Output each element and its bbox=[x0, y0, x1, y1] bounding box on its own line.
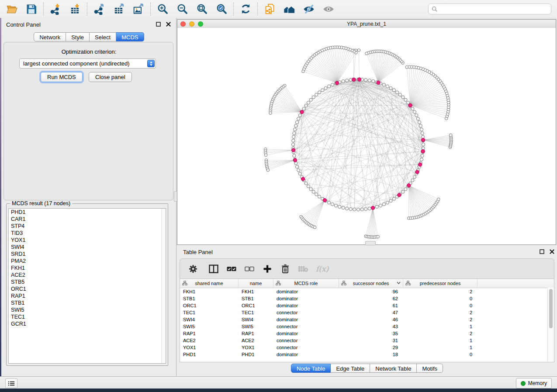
mcds-result-item[interactable]: CAR1 bbox=[9, 216, 166, 223]
table-cell-MCDS-role[interactable]: dominator bbox=[273, 295, 339, 302]
table-cell-MCDS-role[interactable]: connector bbox=[273, 323, 339, 330]
mcds-result-item[interactable]: STB5 bbox=[9, 279, 166, 285]
delete-column-icon[interactable] bbox=[280, 264, 291, 274]
column-header-shared-name[interactable]: shared name bbox=[180, 279, 239, 288]
table-cell-name[interactable]: TEC1 bbox=[239, 309, 273, 316]
table-cell-successor-nodes[interactable]: 96 bbox=[339, 288, 403, 295]
mcds-result-item[interactable]: TID3 bbox=[9, 230, 166, 237]
close-table-panel-icon[interactable] bbox=[550, 249, 554, 254]
table-row[interactable]: ORC1ORC1dominator610 bbox=[180, 302, 554, 309]
table-cell-name[interactable]: ORC1 bbox=[239, 302, 273, 309]
mcds-result-item[interactable]: SWI5 bbox=[9, 306, 166, 313]
gear-icon[interactable] bbox=[188, 264, 198, 274]
table-row[interactable]: PHD1PHD1dominator180 bbox=[180, 351, 554, 358]
first-neighbors-icon[interactable] bbox=[283, 3, 295, 15]
table-cell-predecessor-nodes[interactable]: 2 bbox=[403, 316, 477, 323]
table-cell-successor-nodes[interactable]: 31 bbox=[339, 337, 403, 344]
table-cell-shared-name[interactable]: RAP1 bbox=[180, 330, 239, 337]
table-cell-shared-name[interactable]: FKH1 bbox=[180, 288, 239, 295]
mcds-list-scrollbar[interactable] bbox=[161, 209, 166, 363]
table-cell-name[interactable]: STB1 bbox=[239, 295, 273, 302]
table-cell-predecessor-nodes[interactable]: 2 bbox=[403, 309, 477, 316]
table-cell-successor-nodes[interactable]: 43 bbox=[339, 323, 403, 330]
table-row[interactable]: ACE2ACE2connector311 bbox=[180, 337, 554, 344]
table-tab-motifs[interactable]: Motifs bbox=[417, 364, 443, 373]
import-table-icon[interactable] bbox=[69, 3, 81, 15]
table-cell-MCDS-role[interactable]: dominator bbox=[273, 316, 339, 323]
export-table-icon[interactable] bbox=[113, 3, 125, 15]
mcds-result-item[interactable]: STP4 bbox=[9, 223, 166, 230]
table-cell-name[interactable]: ACE2 bbox=[239, 337, 273, 344]
network-canvas[interactable] bbox=[177, 28, 556, 244]
table-row[interactable]: YOX1YOX1connector291 bbox=[180, 344, 554, 351]
mcds-result-item[interactable]: RAP1 bbox=[9, 292, 166, 299]
mcds-result-item[interactable]: ACE2 bbox=[9, 272, 166, 279]
table-row[interactable]: STB1STB1dominator620 bbox=[180, 295, 554, 302]
mcds-result-item[interactable]: ORC1 bbox=[9, 285, 166, 292]
column-header-successor-nodes[interactable]: successor nodes bbox=[339, 279, 403, 288]
run-mcds-button[interactable]: Run MCDS bbox=[41, 72, 83, 82]
mcds-result-item[interactable]: TEC1 bbox=[9, 313, 166, 320]
table-cell-predecessor-nodes[interactable]: 2 bbox=[403, 330, 477, 337]
table-scrollbar-thumb[interactable] bbox=[549, 289, 553, 328]
mcds-result-item[interactable]: PMA2 bbox=[9, 258, 166, 265]
zoom-fit-icon[interactable] bbox=[196, 3, 208, 15]
zoom-selected-icon[interactable] bbox=[215, 3, 228, 15]
table-cell-shared-name[interactable]: SWI4 bbox=[180, 316, 239, 323]
table-cell-shared-name[interactable]: ACE2 bbox=[180, 337, 239, 344]
table-row[interactable]: SWI4SWI4dominator462 bbox=[180, 316, 554, 323]
table-tab-network-table[interactable]: Network Table bbox=[370, 364, 417, 373]
column-header-MCDS-role[interactable]: MCDS role bbox=[273, 279, 339, 288]
mcds-result-item[interactable]: SRD1 bbox=[9, 251, 166, 258]
table-cell-predecessor-nodes[interactable]: 1 bbox=[403, 337, 477, 344]
tab-mcds[interactable]: MCDS bbox=[116, 32, 144, 41]
hide-selected-icon[interactable] bbox=[303, 3, 315, 15]
mcds-result-item[interactable]: YOX1 bbox=[9, 237, 166, 244]
table-cell-successor-nodes[interactable]: 46 bbox=[339, 316, 403, 323]
horizontal-splitter-handle[interactable] bbox=[365, 241, 376, 245]
show-all-icon[interactable] bbox=[322, 3, 335, 15]
table-cell-name[interactable]: SWI4 bbox=[239, 316, 273, 323]
split-columns-icon[interactable] bbox=[208, 264, 219, 274]
add-column-icon[interactable] bbox=[262, 264, 273, 274]
open-file-icon[interactable] bbox=[6, 3, 18, 15]
table-cell-successor-nodes[interactable]: 61 bbox=[339, 302, 403, 309]
table-cell-shared-name[interactable]: SWI5 bbox=[180, 323, 239, 330]
duplicate-network-icon[interactable] bbox=[263, 3, 276, 15]
table-cell-successor-nodes[interactable]: 47 bbox=[339, 309, 403, 316]
mcds-result-item[interactable]: SWI4 bbox=[9, 244, 166, 251]
table-cell-predecessor-nodes[interactable]: 2 bbox=[403, 288, 477, 295]
table-cell-shared-name[interactable]: PHD1 bbox=[180, 351, 239, 358]
table-row[interactable]: RAP1RAP1dominator352 bbox=[180, 330, 554, 337]
criterion-dropdown[interactable]: largest connected component (undirected) bbox=[19, 58, 156, 69]
mcds-result-item[interactable]: FKH1 bbox=[9, 265, 166, 272]
panel-list-button[interactable] bbox=[5, 378, 17, 388]
table-cell-name[interactable]: PHD1 bbox=[239, 351, 273, 358]
table-cell-predecessor-nodes[interactable]: 0 bbox=[403, 302, 477, 309]
mcds-result-item[interactable]: PHD1 bbox=[9, 209, 166, 216]
mcds-result-item[interactable]: STB1 bbox=[9, 299, 166, 306]
table-cell-predecessor-nodes[interactable]: 0 bbox=[403, 351, 477, 358]
export-network-icon[interactable] bbox=[93, 3, 105, 15]
select-all-checkboxes-icon[interactable] bbox=[226, 264, 237, 274]
table-cell-name[interactable]: YOX1 bbox=[239, 344, 273, 351]
table-cell-MCDS-role[interactable]: dominator bbox=[273, 351, 339, 358]
table-cell-name[interactable]: RAP1 bbox=[239, 330, 273, 337]
table-cell-name[interactable]: SWI5 bbox=[239, 323, 273, 330]
table-cell-predecessor-nodes[interactable]: 1 bbox=[403, 323, 477, 330]
zoom-in-icon[interactable] bbox=[156, 3, 169, 15]
save-session-icon[interactable] bbox=[25, 3, 38, 15]
close-panel-button[interactable]: Close panel bbox=[89, 72, 132, 82]
tab-style[interactable]: Style bbox=[66, 32, 90, 41]
table-cell-MCDS-role[interactable]: dominator bbox=[273, 302, 339, 309]
import-network-icon[interactable] bbox=[49, 3, 62, 15]
table-row[interactable]: TEC1TEC1connector472 bbox=[180, 309, 554, 316]
zoom-out-icon[interactable] bbox=[176, 3, 188, 15]
memory-button[interactable]: Memory bbox=[516, 378, 552, 389]
table-cell-MCDS-role[interactable]: dominator bbox=[273, 288, 339, 295]
table-cell-MCDS-role[interactable]: connector bbox=[273, 309, 339, 316]
table-cell-MCDS-role[interactable]: dominator bbox=[273, 330, 339, 337]
table-scrollbar[interactable] bbox=[547, 288, 554, 362]
table-cell-shared-name[interactable]: ORC1 bbox=[180, 302, 239, 309]
table-tab-edge-table[interactable]: Edge Table bbox=[331, 364, 370, 373]
